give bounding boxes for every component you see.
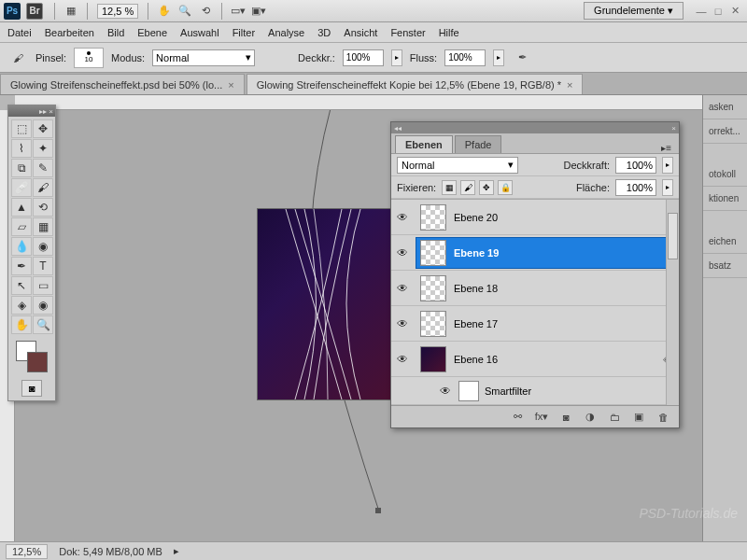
doc-tab-2[interactable]: Glowing Streifenscheineffekt Kopie bei 1… — [247, 74, 584, 94]
menu-3d[interactable]: 3D — [317, 27, 331, 38]
dock-panel-button[interactable]: otokoll — [703, 162, 747, 187]
minimize-icon[interactable]: — — [695, 5, 708, 18]
menu-bearbeiten[interactable]: Bearbeiten — [45, 27, 94, 38]
panel-menu-icon[interactable]: ▸≡ — [657, 143, 675, 153]
healing-tool-icon[interactable]: 🩹 — [11, 178, 32, 197]
panel-collapse-icon[interactable]: ◂◂ — [394, 124, 402, 133]
workspace-switcher[interactable]: Grundelemente ▾ — [584, 2, 684, 20]
layer-style-icon[interactable]: fx▾ — [533, 410, 550, 425]
layer-row[interactable]: 👁 Ebene 18 — [391, 271, 679, 306]
dodge-tool-icon[interactable]: ◉ — [33, 237, 53, 256]
stamp-tool-icon[interactable]: ▲ — [11, 198, 32, 217]
layer-row[interactable]: 👁 Ebene 19 — [391, 235, 679, 271]
menu-analyse[interactable]: Analyse — [268, 27, 304, 38]
color-swatches[interactable] — [8, 337, 55, 376]
layer-row[interactable]: 👁 Ebene 16◈ — [391, 342, 679, 377]
dock-panel-button[interactable]: asken — [703, 95, 747, 119]
3d-tool-icon[interactable]: ◈ — [11, 296, 32, 315]
tab-pfade[interactable]: Pfade — [455, 135, 502, 153]
flow-flyout-icon[interactable]: ▸ — [493, 49, 504, 66]
doc-tab-1[interactable]: Glowing Streifenscheineffekt.psd bei 50%… — [0, 74, 245, 94]
layer-opacity-input[interactable] — [615, 157, 656, 174]
smartfilter-row[interactable]: 👁 Smartfilter — [391, 377, 679, 405]
layer-row[interactable]: 👁 Ebene 17 — [391, 306, 679, 342]
visibility-eye-icon[interactable]: 👁 — [438, 384, 453, 399]
opacity-input[interactable] — [343, 49, 384, 66]
maximize-icon[interactable]: □ — [712, 5, 725, 18]
menu-ebene[interactable]: Ebene — [137, 27, 167, 38]
path-select-tool-icon[interactable]: ↖ — [11, 276, 32, 295]
dock-panel-button[interactable]: ktionen — [703, 187, 747, 211]
tab-close-icon[interactable]: × — [567, 79, 572, 91]
menu-auswahl[interactable]: Auswahl — [180, 27, 219, 38]
panel-close-icon[interactable]: × — [671, 124, 676, 133]
type-tool-icon[interactable]: T — [33, 257, 53, 275]
layer-group-icon[interactable]: 🗀 — [606, 410, 623, 425]
lock-transparency-icon[interactable]: ▦ — [442, 180, 457, 195]
adjustment-layer-icon[interactable]: ◑ — [582, 410, 599, 425]
marquee-tool-icon[interactable]: ⬚ — [11, 119, 32, 138]
close-icon[interactable]: ✕ — [728, 5, 741, 18]
brush-tool-icon[interactable]: 🖌 — [9, 49, 26, 66]
menu-ansicht[interactable]: Ansicht — [344, 27, 377, 38]
crop-tool-icon[interactable]: ⧉ — [11, 159, 32, 177]
visibility-eye-icon[interactable]: 👁 — [395, 245, 410, 260]
history-brush-tool-icon[interactable]: ⟲ — [33, 198, 53, 217]
blend-mode-select[interactable]: Normal▾ — [152, 49, 255, 66]
opacity-slider-icon[interactable]: ▸ — [662, 157, 673, 174]
lock-all-icon[interactable]: 🔒 — [498, 180, 513, 195]
visibility-eye-icon[interactable]: 👁 — [395, 352, 410, 367]
bridge-logo-icon[interactable]: Br — [26, 3, 43, 20]
dock-panel-button[interactable]: eichen — [703, 230, 747, 254]
visibility-eye-icon[interactable]: 👁 — [395, 281, 410, 296]
status-flyout-icon[interactable]: ▸ — [174, 545, 179, 557]
menu-fenster[interactable]: Fenster — [390, 27, 425, 38]
layers-scrollbar[interactable] — [666, 200, 679, 405]
toolbox-close-icon[interactable]: × — [49, 107, 53, 116]
new-layer-icon[interactable]: ▣ — [630, 410, 647, 425]
airbrush-icon[interactable]: ✒ — [514, 49, 530, 66]
brush-preset-picker[interactable]: 10 — [74, 48, 104, 68]
zoom-tool-icon[interactable]: 🔍 — [176, 3, 193, 20]
delete-layer-icon[interactable]: 🗑 — [655, 410, 671, 425]
tab-ebenen[interactable]: Ebenen — [395, 135, 453, 153]
move-tool-icon[interactable]: ✥ — [33, 119, 53, 138]
blur-tool-icon[interactable]: 💧 — [11, 237, 32, 256]
layer-blend-mode-select[interactable]: Normal▾ — [397, 157, 518, 174]
fill-slider-icon[interactable]: ▸ — [662, 179, 673, 196]
lock-position-icon[interactable]: ✥ — [479, 180, 494, 195]
layer-mask-icon[interactable]: ◙ — [557, 410, 574, 425]
rotate-view-icon[interactable]: ⟲ — [197, 3, 214, 20]
layer-row[interactable]: 👁 Ebene 20 — [391, 200, 679, 235]
shape-tool-icon[interactable]: ▭ — [33, 276, 53, 295]
zoom-level-select[interactable]: 12,5 % — [97, 4, 138, 19]
brush-tool-icon[interactable]: 🖌 — [33, 178, 53, 197]
launch-icon[interactable]: ▦ — [63, 3, 79, 20]
zoom-tool-icon[interactable]: 🔍 — [33, 315, 53, 334]
magic-wand-tool-icon[interactable]: ✦ — [33, 139, 53, 158]
visibility-eye-icon[interactable]: 👁 — [395, 210, 410, 225]
dock-panel-button[interactable]: orrekt... — [703, 119, 747, 144]
layer-fill-input[interactable] — [615, 179, 656, 196]
link-layers-icon[interactable]: ⚯ — [509, 410, 526, 425]
3d-camera-tool-icon[interactable]: ◉ — [33, 296, 53, 315]
lasso-tool-icon[interactable]: ⌇ — [11, 139, 32, 158]
visibility-eye-icon[interactable]: 👁 — [395, 316, 410, 331]
background-color-swatch[interactable] — [27, 352, 48, 372]
opacity-flyout-icon[interactable]: ▸ — [391, 49, 402, 66]
tab-close-icon[interactable]: × — [228, 79, 233, 91]
pen-tool-icon[interactable]: ✒ — [11, 257, 32, 275]
menu-bild[interactable]: Bild — [107, 27, 124, 38]
dock-panel-button[interactable]: bsatz — [703, 254, 747, 278]
quick-mask-icon[interactable]: ◙ — [21, 380, 42, 397]
eyedropper-tool-icon[interactable]: ✎ — [33, 159, 53, 177]
menu-datei[interactable]: Datei — [7, 27, 32, 38]
hand-tool-icon[interactable]: ✋ — [11, 315, 32, 334]
menu-hilfe[interactable]: Hilfe — [439, 27, 459, 38]
lock-pixels-icon[interactable]: 🖌 — [460, 180, 475, 195]
hand-tool-icon[interactable]: ✋ — [156, 3, 173, 20]
toolbox-collapse-icon[interactable]: ▸▸ — [39, 107, 47, 116]
menu-filter[interactable]: Filter — [233, 27, 255, 38]
flow-input[interactable] — [444, 49, 486, 66]
status-zoom[interactable]: 12,5% — [6, 544, 48, 559]
